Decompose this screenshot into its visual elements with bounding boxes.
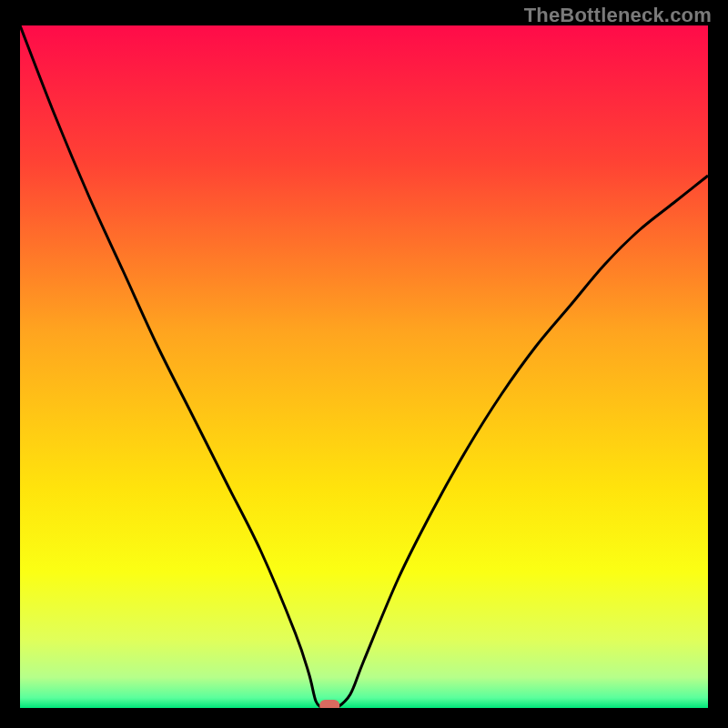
plot-background xyxy=(20,25,708,708)
chart-frame: TheBottleneck.com xyxy=(0,0,728,728)
optimum-marker xyxy=(319,700,339,708)
watermark-text: TheBottleneck.com xyxy=(524,4,712,27)
bottleneck-chart xyxy=(20,25,708,708)
